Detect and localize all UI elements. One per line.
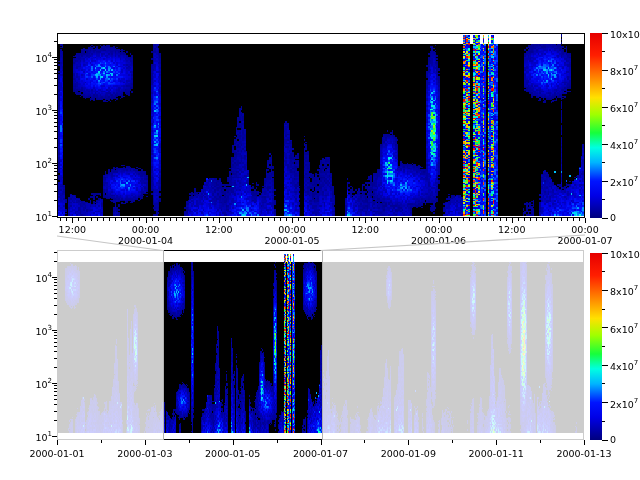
bottom-colorbar-major-tick <box>602 440 608 441</box>
top-x-minor-tick <box>304 218 305 221</box>
selection-left-edge[interactable] <box>163 250 164 440</box>
top-x-minor-tick <box>475 218 476 221</box>
top-x-major-tick <box>365 218 366 223</box>
top-x-minor-tick <box>176 218 177 221</box>
top-colorbar-tick-label: 10x107 <box>610 26 640 39</box>
bottom-x-date-label: 2000-01-11 <box>469 448 524 459</box>
top-x-minor-tick <box>335 218 336 221</box>
bottom-y-tick-label: 102 <box>16 376 52 389</box>
top-x-minor-tick <box>384 218 385 221</box>
top-colorbar-minor-tick <box>602 51 605 52</box>
top-x-minor-tick <box>66 218 67 221</box>
top-x-minor-tick <box>182 218 183 221</box>
top-x-minor-tick <box>493 218 494 221</box>
figure: 12:0000:002000-01-0412:0000:002000-01-05… <box>0 0 640 480</box>
top-x-minor-tick <box>255 218 256 221</box>
top-x-minor-tick <box>420 218 421 221</box>
top-x-minor-tick <box>426 218 427 221</box>
top-y-tick-label: 103 <box>16 103 52 116</box>
top-colorbar-minor-tick <box>602 125 605 126</box>
bottom-x-date-label: 2000-01-09 <box>381 448 436 459</box>
top-y-tick-label: 102 <box>16 156 52 169</box>
top-x-minor-tick <box>487 218 488 221</box>
top-x-minor-tick <box>408 218 409 221</box>
top-spectrogram-plot[interactable] <box>57 33 585 218</box>
top-x-minor-tick <box>249 218 250 221</box>
top-x-minor-tick <box>469 218 470 221</box>
top-x-minor-tick <box>567 218 568 221</box>
top-x-minor-tick <box>268 218 269 221</box>
top-x-minor-tick <box>200 218 201 221</box>
top-x-minor-tick <box>506 218 507 221</box>
top-x-minor-tick <box>231 218 232 221</box>
top-x-minor-tick <box>323 218 324 221</box>
top-x-minor-tick <box>396 218 397 221</box>
top-colorbar-tick-label: 0 <box>610 213 616 223</box>
top-x-minor-tick <box>390 218 391 221</box>
bottom-y-tick-label: 103 <box>16 323 52 336</box>
bottom-x-date-label: 2000-01-03 <box>117 448 172 459</box>
top-spectrogram-canvas[interactable] <box>58 34 584 217</box>
top-x-minor-tick <box>579 218 580 221</box>
top-x-date-label: 2000-01-07 <box>557 235 612 246</box>
top-x-minor-tick <box>530 218 531 221</box>
top-x-minor-tick <box>133 218 134 221</box>
top-x-minor-tick <box>524 218 525 221</box>
top-x-major-tick <box>72 218 73 223</box>
bottom-x-date-label: 2000-01-13 <box>556 448 611 459</box>
top-x-minor-tick <box>188 218 189 221</box>
top-x-minor-tick <box>170 218 171 221</box>
top-x-minor-tick <box>298 218 299 221</box>
top-x-minor-tick <box>457 218 458 221</box>
top-x-minor-tick <box>518 218 519 221</box>
top-x-minor-tick <box>481 218 482 221</box>
selection-right-edge[interactable] <box>322 250 323 440</box>
top-x-minor-tick <box>561 218 562 221</box>
bottom-x-date-label: 2000-01-07 <box>293 448 348 459</box>
top-x-minor-tick <box>91 218 92 221</box>
top-x-minor-tick <box>377 218 378 221</box>
bottom-colorbar-gradient <box>590 253 602 440</box>
top-colorbar-major-tick <box>602 181 608 182</box>
top-colorbar-major-tick <box>602 144 608 145</box>
bottom-colorbar-minor-tick <box>602 271 605 272</box>
top-x-minor-tick <box>500 218 501 221</box>
top-x-minor-tick <box>463 218 464 221</box>
top-x-time-label: 12:00 <box>59 224 86 235</box>
top-colorbar-tick-label: 2x107 <box>610 174 638 187</box>
top-x-minor-tick <box>103 218 104 221</box>
top-x-minor-tick <box>554 218 555 221</box>
top-x-minor-tick <box>316 218 317 221</box>
top-colorbar-tick-label: 4x107 <box>610 137 638 150</box>
top-colorbar-minor-tick <box>602 199 605 200</box>
top-x-minor-tick <box>542 218 543 221</box>
top-x-minor-tick <box>207 218 208 221</box>
top-x-major-tick <box>219 218 220 223</box>
top-x-minor-tick <box>573 218 574 221</box>
top-x-minor-tick <box>158 218 159 221</box>
zoom-connector-left <box>57 236 162 251</box>
top-x-minor-tick <box>139 218 140 221</box>
top-y-tick-label: 101 <box>16 209 52 222</box>
bottom-colorbar-minor-tick <box>602 309 605 310</box>
bottom-x-major-tick <box>233 440 234 445</box>
top-colorbar-major-tick <box>602 107 608 108</box>
top-x-minor-tick <box>164 218 165 221</box>
top-x-date-label: 2000-01-05 <box>264 235 319 246</box>
top-x-minor-tick <box>445 218 446 221</box>
top-x-date-label: 2000-01-04 <box>118 235 173 246</box>
bottom-colorbar-tick-label: 10x107 <box>610 246 640 259</box>
top-x-minor-tick <box>280 218 281 221</box>
top-colorbar-minor-tick <box>602 162 605 163</box>
top-x-minor-tick <box>213 218 214 221</box>
top-colorbar-major-tick <box>602 70 608 71</box>
top-x-minor-tick <box>115 218 116 221</box>
top-x-minor-tick <box>432 218 433 221</box>
bottom-colorbar-tick-label: 4x107 <box>610 359 638 372</box>
bottom-spectrogram-plot[interactable] <box>57 250 584 440</box>
top-x-major-tick <box>292 218 293 223</box>
bottom-colorbar-tick-label: 2x107 <box>610 396 638 409</box>
bottom-x-date-label: 2000-01-01 <box>29 448 84 459</box>
top-x-time-label: 00:00 <box>132 224 159 235</box>
zoom-connector-right <box>321 235 585 251</box>
